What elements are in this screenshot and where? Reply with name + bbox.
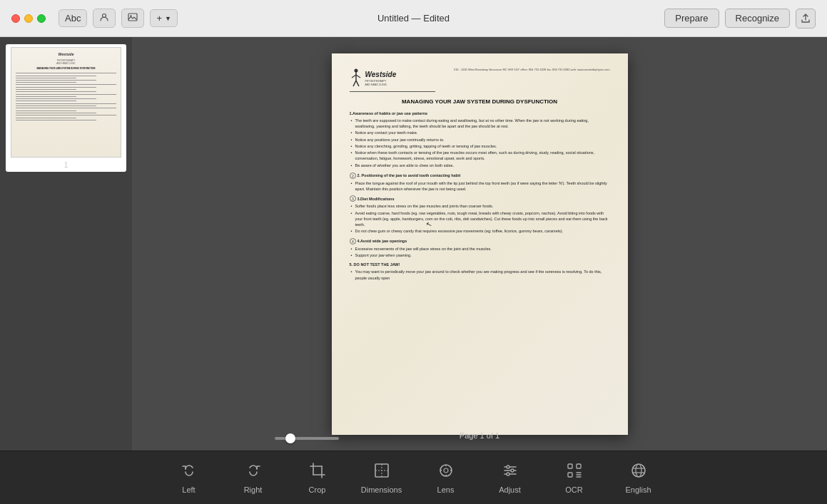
main-area: Westside PHYSIOTHERAPYAND HAND CLINIC MA… [0,37,827,451]
image-tool-button[interactable] [121,9,144,28]
titlebar: Abc + ▼ Untitled — Edited [0,0,827,37]
svg-text:2: 2 [352,174,354,178]
doc-logo-area: Westside PHYSIOTHERAPY AND HAND CLINIC [350,68,435,92]
doc-section3-header: 3 3.Diet Modifications [350,195,610,202]
lens-tool[interactable]: Lens [414,451,478,505]
dimensions-label: Dimensions [361,485,402,494]
lens-icon [437,462,455,483]
svg-text:3: 3 [352,197,354,201]
doc-section4-bullets: Excessive movements of the jaw will plac… [350,246,610,259]
svg-line-8 [356,81,359,86]
doc-section2-header: 2 2. Positioning of the jaw to avoid too… [350,173,610,179]
ocr-label: OCR [565,485,582,494]
maximize-button[interactable] [37,14,46,23]
traffic-lights [11,14,46,23]
svg-line-7 [353,81,356,86]
sidebar: Westside PHYSIOTHERAPYAND HAND CLINIC MA… [0,37,132,451]
add-tool-button[interactable]: + ▼ [150,9,178,27]
bullet-item: Do not chew gum or chewy candy that requ… [350,228,610,234]
prepare-button[interactable]: Prepare [664,9,719,28]
zoom-slider-thumb[interactable] [285,433,295,443]
adjust-label: Adjust [499,485,521,494]
dimensions-tool[interactable]: Dimensions [350,451,414,505]
svg-point-3 [354,68,357,72]
crop-label: Crop [309,485,326,494]
bullet-item: Be aware of whether you are able to chew… [350,163,610,168]
svg-point-31 [507,466,509,468]
svg-line-5 [352,75,356,78]
doc-section3-bullets: Softer foods place less stress on the ja… [350,203,610,234]
zoom-slider-track[interactable] [275,437,339,440]
svg-line-6 [356,75,360,78]
bullet-item: Support your jaw when yawning. [350,252,610,258]
svg-rect-34 [568,464,572,468]
adjust-icon [502,462,519,483]
doc-section1-title: 1.Awareness of habits or jaw use pattern… [350,110,610,116]
doc-section5-title: 5. DO NOT TEST THE JAW! [350,262,400,267]
add-icon: + [156,13,162,24]
rotate-left-label: Left [182,485,195,494]
document-page: Westside PHYSIOTHERAPY AND HAND CLINIC 2… [332,53,628,435]
ocr-tool[interactable]: OCR [542,451,607,505]
doc-title: MANAGING YOUR JAW SYSTEM DURING DYSFUNCT… [350,98,610,106]
recognize-button[interactable]: Recognize [725,9,790,28]
bullet-item: Notice any positions your jaw continuall… [350,137,610,143]
english-label: English [625,485,651,494]
english-icon [630,462,647,483]
svg-point-41 [636,464,641,477]
doc-section4-header: 4 4.Avoid wide jaw openings [350,238,610,245]
bullet-item: The teeth are supposed to make contact d… [350,118,610,130]
contact-icon [99,12,109,24]
bullet-item: Notice any clenching, grinding, gritting… [350,143,610,149]
thumbnail-content: Westside PHYSIOTHERAPYAND HAND CLINIC MA… [11,48,121,157]
english-tool[interactable]: English [607,451,671,505]
document-content: Westside PHYSIOTHERAPY AND HAND CLINIC 2… [332,53,628,435]
svg-text:4: 4 [352,240,354,244]
bottom-toolbar: Left Right Crop [0,451,827,504]
add-chevron: ▼ [165,15,171,22]
crop-tool[interactable]: Crop [285,451,350,505]
bullet-item: Avoid eating coarse, hard foods (eg. raw… [350,210,610,228]
doc-section1-bullets: The teeth are supposed to make contact d… [350,118,610,168]
adjust-tool[interactable]: Adjust [478,451,542,505]
lens-label: Lens [437,485,455,494]
rotate-left-icon [181,462,198,483]
thumbnail-image: Westside PHYSIOTHERAPYAND HAND CLINIC MA… [11,47,121,158]
svg-point-33 [507,473,509,475]
window-title: Untitled — Edited [377,13,450,24]
svg-point-32 [511,469,514,472]
svg-rect-35 [577,464,581,468]
bullet-item: Place the tongue against the roof of you… [350,180,610,192]
minimize-button[interactable] [24,14,33,23]
svg-point-40 [632,464,645,477]
canvas-area[interactable]: Westside PHYSIOTHERAPY AND HAND CLINIC 2… [132,37,827,451]
svg-rect-1 [128,14,137,21]
rotate-right-label: Right [244,485,263,494]
page-thumbnail-1[interactable]: Westside PHYSIOTHERAPYAND HAND CLINIC MA… [6,44,126,172]
svg-point-23 [444,468,448,473]
text-tool-button[interactable]: Abc [59,9,87,27]
svg-point-22 [440,465,452,476]
doc-section5-bullets: You may want to periodically move your j… [350,269,610,281]
rotate-right-icon [245,462,262,483]
text-tool-label: Abc [65,13,81,24]
crop-icon [309,462,326,483]
bullet-item: Notice any contact your teeth make. [350,130,610,135]
image-icon [128,12,138,24]
close-button[interactable] [11,14,20,23]
rotate-right-tool[interactable]: Right [221,451,285,505]
document-header: Westside PHYSIOTHERAPY AND HAND CLINIC 2… [350,68,610,92]
svg-rect-36 [568,473,572,477]
doc-section5-header: 5. DO NOT TEST THE JAW! [350,262,610,267]
ocr-icon [566,462,583,483]
bullet-item: Excessive movements of the jaw will plac… [350,246,610,252]
bullet-item: You may want to periodically move your j… [350,269,610,281]
share-button[interactable] [796,9,816,29]
doc-section3-title: 3.Diet Modifications [357,196,395,202]
doc-section2-bullets: Place the tongue against the roof of you… [350,180,610,192]
rotate-left-tool[interactable]: Left [157,451,221,505]
zoom-slider-area [275,437,339,440]
doc-logo-sub: PHYSIOTHERAPY AND HAND CLINIC [365,80,397,86]
contact-tool-button[interactable] [93,9,116,28]
page-indicator: Page 1 of 1 [460,431,499,440]
